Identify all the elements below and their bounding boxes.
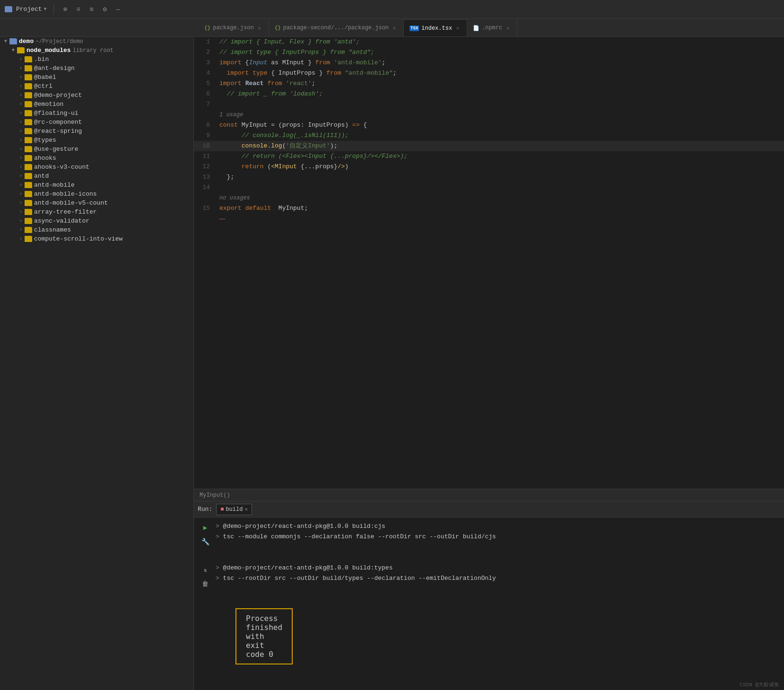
process-finished-text: Process finished with exit code 0 xyxy=(246,614,282,659)
breadcrumb-bar: MyInput() xyxy=(194,489,784,501)
tree-item-bin[interactable]: › .bin xyxy=(0,55,193,64)
add-icon[interactable]: ⊕ xyxy=(61,5,70,14)
tree-item-ahooks[interactable]: › ahooks xyxy=(0,154,193,163)
run-sort-icon[interactable]: ⇅ xyxy=(200,565,210,575)
layout2-icon[interactable]: ≋ xyxy=(87,5,96,14)
compute-scroll-icon xyxy=(25,236,32,242)
ahooks-icon xyxy=(25,155,32,161)
ctrl-label: @ctrl xyxy=(34,83,52,90)
antd-mobile-label: antd-mobile xyxy=(34,181,75,189)
line-number-13: 13 xyxy=(194,172,218,182)
line-number-10: 10 xyxy=(194,141,218,151)
async-validator-label: async-validator xyxy=(34,217,89,224)
project-dropdown-icon[interactable]: ▼ xyxy=(44,7,47,12)
tree-item-ahooks-v3[interactable]: › ahooks-v3-count xyxy=(0,163,193,172)
toolbar-separator xyxy=(53,5,54,14)
tree-item-demo[interactable]: ▼ demo ~/Project/demo xyxy=(0,37,193,46)
tree-item-rc-component[interactable]: › @rc-component xyxy=(0,118,193,127)
tree-item-emotion[interactable]: › @emotion xyxy=(0,100,193,109)
antd-mobile-v5-label: antd-mobile-v5-count xyxy=(34,199,108,207)
tree-item-ctrl[interactable]: › @ctrl xyxy=(0,82,193,91)
line-code-10: console.log('自定义Input'); xyxy=(218,141,784,151)
tree-item-antd-mobile-v5[interactable]: › antd-mobile-v5-count xyxy=(0,198,193,207)
demo-project-icon xyxy=(25,92,32,98)
node-modules-label: node_modules xyxy=(26,47,71,54)
sidebar: ▼ demo ~/Project/demo ▼ node_modules lib… xyxy=(0,37,194,690)
demo-label: demo xyxy=(19,38,34,45)
run-label: Run: xyxy=(198,506,212,513)
tab-close-pkg1[interactable]: ✕ xyxy=(256,25,263,31)
breadcrumb: MyInput() xyxy=(200,492,230,499)
tree-item-async-validator[interactable]: › async-validator xyxy=(0,216,193,225)
tree-item-types[interactable]: › @types xyxy=(0,136,193,145)
tab-package-second[interactable]: {} package-second/.../package.json ✕ xyxy=(269,19,404,36)
code-line-9: 9 // console.log(_.isNil(111)); xyxy=(194,130,784,141)
tab-close-tsx[interactable]: ✕ xyxy=(454,25,461,32)
code-line-info2: no usages xyxy=(194,193,784,203)
tree-item-ant-design[interactable]: › @ant-design xyxy=(0,64,193,73)
array-tree-icon xyxy=(25,209,32,215)
tree-item-array-tree[interactable]: › array-tree-filter xyxy=(0,207,193,216)
tree-item-node-modules[interactable]: ▼ node_modules library root xyxy=(0,46,193,55)
run-wrench-icon[interactable]: 🔧 xyxy=(200,536,210,547)
types-label: @types xyxy=(34,137,56,144)
async-validator-icon xyxy=(25,218,32,224)
tree-item-use-gesture[interactable]: › @use-gesture xyxy=(0,145,193,154)
run-content: > @demo-project/react-antd-pkg@1.0.0 bui… xyxy=(212,521,784,686)
bin-label: .bin xyxy=(34,56,49,63)
tree-item-antd-mobile-icons[interactable]: › antd-mobile-icons xyxy=(0,190,193,198)
tree-item-antd[interactable]: › antd xyxy=(0,172,193,181)
code-line-1: 1 // import { Input, Flex } from 'antd'; xyxy=(194,37,784,47)
tree-item-react-spring[interactable]: › @react-spring xyxy=(0,127,193,136)
tree-item-demo-project[interactable]: › @demo-project xyxy=(0,91,193,100)
emotion-icon xyxy=(25,101,32,107)
demo-folder-icon xyxy=(9,38,17,44)
line-code-15: export default MyInput; xyxy=(218,203,784,214)
run-header: Run: ■ build ✕ xyxy=(194,501,784,518)
code-line-11: 11 // return (<Flex><Input {...props}/><… xyxy=(194,151,784,162)
rc-component-icon xyxy=(25,119,32,125)
project-selector[interactable]: Project ▼ xyxy=(5,6,47,13)
tab-npmrc[interactable]: 📄 .npmrc ✕ xyxy=(467,19,517,36)
tree-item-floating-ui[interactable]: › @floating-ui xyxy=(0,109,193,118)
minimize-icon[interactable]: — xyxy=(113,5,123,14)
line-code-11: // return (<Flex><Input {...props}/></Fl… xyxy=(218,151,784,162)
tab-index-tsx[interactable]: TSX index.tsx ✕ xyxy=(404,19,467,36)
antd-mobile-icons-label: antd-mobile-icons xyxy=(34,190,97,198)
code-table: 1 // import { Input, Flex } from 'antd';… xyxy=(194,37,784,224)
tab-label-pkg1: package.json xyxy=(213,25,253,31)
run-tab-close[interactable]: ✕ xyxy=(244,506,248,512)
run-trash-icon[interactable]: 🗑 xyxy=(200,579,210,589)
classnames-label: classnames xyxy=(34,226,71,233)
settings-icon[interactable]: ⚙ xyxy=(100,5,110,14)
line-code-5: import React from 'react'; xyxy=(218,78,784,89)
array-tree-label: array-tree-filter xyxy=(34,208,97,216)
code-editor[interactable]: 1 // import { Input, Flex } from 'antd';… xyxy=(194,37,784,489)
run-blank-2 xyxy=(216,552,784,563)
ant-design-icon xyxy=(25,65,32,71)
run-empty-icon xyxy=(200,551,210,561)
tab-package-json[interactable]: {} package.json ✕ xyxy=(199,19,269,36)
layout-icon[interactable]: ≡ xyxy=(74,5,83,14)
run-tab-build[interactable]: ■ build ✕ xyxy=(216,504,252,515)
line-code-12: return (<MInput {...props}/>) xyxy=(218,162,784,172)
line-number-14: 14 xyxy=(194,182,218,193)
code-line-13: 13 }; xyxy=(194,172,784,182)
run-line-3: > @demo-project/react-antd-pkg@1.0.0 bui… xyxy=(216,563,784,573)
line-number-indicator xyxy=(194,214,218,224)
code-line-8: 8 const MyInput = (props: InputProps) =>… xyxy=(194,120,784,130)
tree-item-compute-scroll[interactable]: › compute-scroll-into-view xyxy=(0,234,193,243)
line-code-3: import {Input as MInput } from 'antd-mob… xyxy=(218,58,784,68)
compute-scroll-label: compute-scroll-into-view xyxy=(34,235,122,242)
line-code-2: // import type { InputProps } from "antd… xyxy=(218,47,784,58)
tree-item-classnames[interactable]: › classnames xyxy=(0,225,193,234)
run-line-2: > tsc --module commonjs --declaration fa… xyxy=(216,532,784,542)
run-play-button[interactable]: ▶ xyxy=(200,522,210,533)
pkg-icon2: {} xyxy=(275,25,281,31)
tree-item-antd-mobile[interactable]: › antd-mobile xyxy=(0,181,193,190)
code-line-6: 6 // import _ from 'lodash'; xyxy=(194,89,784,99)
tree-item-babel[interactable]: › @babel xyxy=(0,73,193,82)
react-spring-icon xyxy=(25,128,32,134)
tab-close-pkg2[interactable]: ✕ xyxy=(391,25,398,31)
tab-close-npmrc[interactable]: ✕ xyxy=(505,25,511,31)
